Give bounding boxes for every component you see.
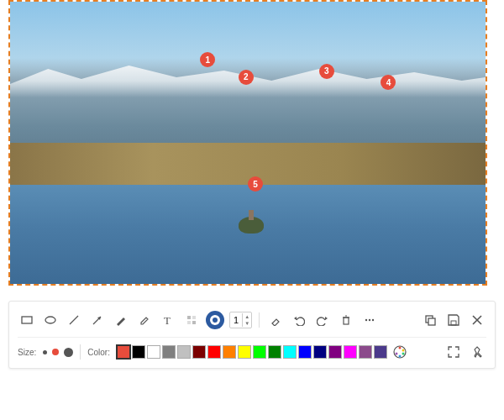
- color-swatch[interactable]: [162, 345, 176, 359]
- color-swatch[interactable]: [344, 345, 357, 359]
- number-marker-tool-button[interactable]: [206, 311, 224, 329]
- svg-rect-8: [187, 321, 191, 324]
- capture-selection-area[interactable]: 1 2 3 4 5: [8, 0, 487, 286]
- color-swatch[interactable]: [283, 345, 297, 359]
- toolbar-row-style: Size: Color:: [18, 337, 486, 361]
- close-button[interactable]: [468, 311, 486, 329]
- svg-rect-0: [22, 317, 32, 323]
- annotation-marker[interactable]: 2: [239, 70, 254, 85]
- color-swatch[interactable]: [328, 345, 342, 359]
- color-swatch[interactable]: [238, 345, 251, 359]
- color-swatch[interactable]: [298, 345, 312, 359]
- annotation-toolbar: T 1 ▲▼ Size: Color:: [8, 301, 496, 369]
- annotation-marker[interactable]: 3: [319, 64, 334, 79]
- line-tool-button[interactable]: [65, 311, 83, 329]
- rectangle-tool-button[interactable]: [18, 311, 36, 329]
- spinner-up-button[interactable]: ▲: [243, 313, 251, 320]
- annotation-marker[interactable]: 5: [248, 176, 263, 192]
- color-swatch[interactable]: [192, 345, 206, 359]
- svg-point-27: [402, 349, 404, 352]
- svg-point-11: [213, 318, 218, 323]
- color-swatch[interactable]: [132, 345, 145, 359]
- svg-marker-13: [325, 317, 328, 320]
- size-label: Size:: [18, 348, 36, 357]
- pen-tool-button[interactable]: [112, 311, 130, 329]
- color-swatch[interactable]: [359, 345, 372, 359]
- size-small-button[interactable]: [43, 350, 47, 354]
- svg-marker-12: [294, 317, 297, 320]
- blur-tool-button[interactable]: [182, 311, 201, 329]
- color-swatch[interactable]: [374, 345, 387, 359]
- text-tool-button[interactable]: T: [159, 311, 177, 329]
- highlighter-tool-button[interactable]: [135, 311, 154, 329]
- arrow-tool-button[interactable]: [88, 311, 107, 329]
- save-button[interactable]: [444, 311, 463, 329]
- color-swatch[interactable]: [313, 345, 327, 359]
- size-large-button[interactable]: [64, 348, 73, 357]
- color-label: Color:: [87, 348, 110, 357]
- copy-button[interactable]: [421, 311, 439, 329]
- svg-point-29: [398, 355, 401, 358]
- separator: [259, 312, 260, 328]
- svg-point-17: [365, 319, 367, 321]
- color-swatch[interactable]: [147, 345, 160, 359]
- svg-rect-6: [187, 316, 191, 319]
- eraser-button[interactable]: [266, 311, 285, 329]
- captured-image: 1 2 3 4 5: [10, 2, 486, 284]
- svg-point-28: [402, 353, 404, 355]
- svg-text:T: T: [164, 314, 171, 326]
- svg-rect-14: [344, 318, 349, 324]
- color-swatch[interactable]: [268, 345, 281, 359]
- color-swatch[interactable]: [223, 345, 236, 359]
- svg-line-2: [70, 316, 78, 324]
- size-medium-button[interactable]: [52, 349, 59, 355]
- svg-rect-9: [192, 321, 196, 324]
- svg-rect-7: [192, 316, 196, 319]
- ellipse-tool-button[interactable]: [41, 311, 60, 329]
- color-swatch[interactable]: [177, 345, 191, 359]
- svg-point-18: [369, 319, 370, 321]
- svg-rect-21: [428, 318, 435, 325]
- undo-button[interactable]: [290, 311, 308, 329]
- spinner-down-button[interactable]: ▼: [243, 320, 251, 327]
- pin-button[interactable]: [468, 343, 486, 361]
- svg-point-30: [395, 353, 397, 355]
- svg-point-19: [372, 319, 374, 321]
- color-picker-button[interactable]: [392, 344, 407, 360]
- svg-point-26: [398, 347, 401, 349]
- toolbar-row-tools: T 1 ▲▼: [18, 308, 486, 332]
- spinner-value: 1: [230, 315, 242, 325]
- color-swatch[interactable]: [207, 345, 221, 359]
- more-tools-button[interactable]: [360, 311, 379, 329]
- color-swatch-row: [117, 345, 387, 359]
- delete-button[interactable]: [337, 311, 355, 329]
- color-swatch[interactable]: [117, 345, 130, 359]
- color-swatch[interactable]: [253, 345, 266, 359]
- fullscreen-button[interactable]: [444, 343, 463, 361]
- svg-point-1: [45, 317, 55, 323]
- shoreline-graphic: [10, 143, 486, 185]
- svg-rect-22: [451, 321, 456, 325]
- separator: [80, 344, 81, 360]
- redo-button[interactable]: [313, 311, 332, 329]
- marker-number-spinner[interactable]: 1 ▲▼: [229, 312, 252, 328]
- island-graphic: [239, 217, 264, 234]
